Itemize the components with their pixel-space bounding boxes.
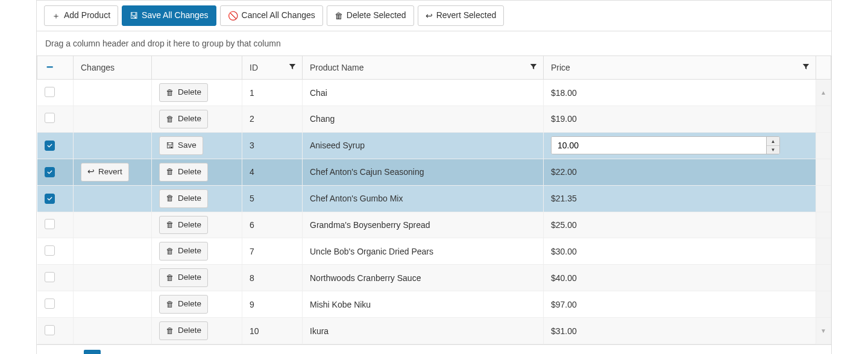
cell-product-name[interactable]: Chai: [303, 80, 544, 106]
delete-row-button[interactable]: 🗑Delete: [159, 189, 208, 208]
header-changes[interactable]: Changes: [74, 55, 152, 80]
trash-icon: 🗑: [166, 221, 174, 229]
cell-product-name[interactable]: Chang: [303, 106, 544, 132]
spin-up-button[interactable]: ▲: [767, 137, 779, 146]
page-number-button[interactable]: 1: [84, 350, 101, 354]
cell-product-name[interactable]: Ikura: [303, 318, 544, 344]
header-price-label: Price: [551, 63, 570, 72]
cell-product-name[interactable]: Uncle Bob's Organic Dried Pears: [303, 238, 544, 265]
delete-label: Delete: [178, 113, 201, 125]
save-all-button[interactable]: 🖫 Save All Changes: [122, 5, 216, 26]
cell-id[interactable]: 5: [242, 185, 303, 212]
cell-id[interactable]: 10: [242, 318, 303, 344]
revert-selected-button[interactable]: ↩ Revert Selected: [418, 5, 505, 26]
cell-product-name[interactable]: Mishi Kobe Niku: [303, 291, 544, 318]
cell-price[interactable]: $22.00: [544, 159, 816, 185]
table-row: 🗑Delete8Northwoods Cranberry Sauce$40.00: [37, 265, 831, 291]
page-number-button[interactable]: 5: [151, 350, 168, 354]
revert-row-button[interactable]: ↩Revert: [81, 163, 129, 182]
trash-icon: 🗑: [166, 89, 174, 97]
row-checkbox[interactable]: [45, 87, 55, 97]
header-product-name[interactable]: Product Name: [303, 55, 544, 80]
save-icon: 🖫: [130, 11, 138, 20]
cell-price[interactable]: $21.35: [544, 185, 816, 212]
table-row: 🖫Save3Aniseed Syrup ▲ ▼: [37, 132, 831, 159]
row-checkbox[interactable]: [45, 245, 55, 256]
scroll-down-icon[interactable]: ▼: [816, 327, 831, 334]
cell-price[interactable]: $40.00: [544, 265, 816, 291]
cell-product-name[interactable]: Aniseed Syrup: [303, 132, 544, 159]
delete-row-button[interactable]: 🗑Delete: [159, 242, 208, 261]
row-checkbox[interactable]: [45, 325, 55, 335]
page-number-button[interactable]: 8: [202, 350, 219, 354]
table-row: 🗑Delete5Chef Anton's Gumbo Mix$21.35: [37, 185, 831, 212]
trash-icon: 🗑: [166, 247, 174, 256]
delete-row-button[interactable]: 🗑Delete: [159, 268, 208, 287]
trash-icon: 🗑: [166, 274, 174, 282]
table-row: 🗑Delete10Ikura$31.00▼: [37, 318, 831, 344]
save-label: Save: [178, 140, 197, 151]
cell-price[interactable]: $18.00: [544, 80, 816, 106]
cancel-all-button[interactable]: 🚫 Cancel All Changes: [220, 5, 323, 26]
trash-icon: 🗑: [166, 168, 174, 176]
grouping-drop-area[interactable]: Drag a column header and drop it here to…: [37, 31, 831, 55]
pager: ⇤ ◂ 12345678 ▸ ⇥ 1 - 10 of 77 items: [37, 344, 831, 354]
spin-down-button[interactable]: ▼: [767, 146, 779, 154]
row-checkbox[interactable]: [45, 219, 55, 229]
page-last-button[interactable]: ⇥: [241, 350, 257, 354]
page-next-button[interactable]: ▸: [221, 350, 238, 354]
add-product-button[interactable]: ＋ Add Product: [44, 5, 118, 26]
delete-row-button[interactable]: 🗑Delete: [159, 110, 208, 128]
scroll-up-icon[interactable]: ▲: [816, 89, 831, 96]
row-checkbox[interactable]: [45, 272, 55, 282]
delete-row-button[interactable]: 🗑Delete: [159, 163, 208, 182]
page-number-button[interactable]: 6: [168, 350, 185, 354]
scroll-gutter: [816, 159, 831, 185]
cell-price[interactable]: $19.00: [544, 106, 816, 132]
delete-row-button[interactable]: 🗑Delete: [159, 321, 208, 340]
header-id[interactable]: ID: [242, 55, 303, 80]
cell-id[interactable]: 7: [242, 238, 303, 265]
row-checkbox[interactable]: [45, 141, 55, 151]
cell-product-name[interactable]: Chef Anton's Gumbo Mix: [303, 185, 544, 212]
delete-row-button[interactable]: 🗑Delete: [159, 295, 208, 314]
cell-id[interactable]: 8: [242, 265, 303, 291]
header-select-all[interactable]: −: [37, 55, 74, 80]
cell-price[interactable]: $30.00: [544, 238, 816, 265]
header-price[interactable]: Price: [544, 55, 816, 80]
delete-selected-label: Delete Selected: [347, 10, 406, 22]
filter-icon[interactable]: [530, 63, 537, 72]
page-number-button[interactable]: 7: [185, 350, 202, 354]
cell-id[interactable]: 4: [242, 159, 303, 185]
scroll-gutter: [816, 185, 831, 212]
save-row-button[interactable]: 🖫Save: [159, 136, 203, 155]
price-input[interactable]: [552, 137, 766, 154]
page-number-button[interactable]: 2: [101, 350, 118, 354]
page-number-button[interactable]: 4: [134, 350, 151, 354]
page-first-button[interactable]: ⇤: [45, 350, 62, 354]
row-checkbox[interactable]: [45, 113, 55, 123]
cell-id[interactable]: 1: [242, 80, 303, 106]
row-checkbox[interactable]: [45, 167, 55, 177]
delete-row-button[interactable]: 🗑Delete: [159, 216, 208, 235]
cell-product-name[interactable]: Chef Anton's Cajun Seasoning: [303, 159, 544, 185]
cell-price[interactable]: $31.00: [544, 318, 816, 344]
cell-id[interactable]: 9: [242, 291, 303, 318]
page-number-button[interactable]: 3: [118, 350, 134, 354]
cell-id[interactable]: 3: [242, 132, 303, 159]
row-checkbox[interactable]: [45, 299, 55, 309]
page-prev-button[interactable]: ◂: [64, 350, 81, 354]
cell-price[interactable]: $97.00: [544, 291, 816, 318]
cell-product-name[interactable]: Northwoods Cranberry Sauce: [303, 265, 544, 291]
cell-id[interactable]: 6: [242, 212, 303, 238]
delete-selected-button[interactable]: 🗑 Delete Selected: [327, 5, 414, 26]
cell-price[interactable]: $25.00: [544, 212, 816, 238]
filter-icon[interactable]: [289, 63, 296, 72]
cell-price[interactable]: ▲ ▼: [544, 132, 816, 159]
delete-row-button[interactable]: 🗑Delete: [159, 83, 208, 102]
row-checkbox[interactable]: [45, 194, 55, 204]
cell-product-name[interactable]: Grandma's Boysenberry Spread: [303, 212, 544, 238]
cell-id[interactable]: 2: [242, 106, 303, 132]
table-row: 🗑Delete7Uncle Bob's Organic Dried Pears$…: [37, 238, 831, 265]
filter-icon[interactable]: [802, 63, 810, 72]
